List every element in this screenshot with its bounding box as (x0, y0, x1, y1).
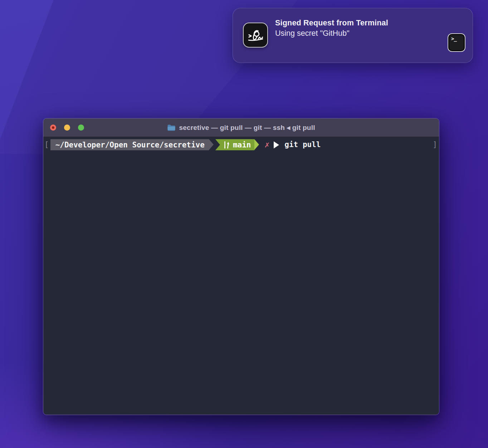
minimize-button[interactable] (64, 125, 70, 131)
terminal-icon-glyph: >_ (451, 36, 457, 42)
cwd-segment: ~/Developer/Open Source/secretive (50, 139, 209, 150)
window-title: secretive — git pull — git — ssh ◂ git p… (179, 123, 315, 132)
traffic-lights (50, 118, 84, 137)
notification-banner[interactable]: Signed Request from Terminal Using secre… (233, 8, 473, 63)
git-branch-icon (223, 141, 230, 149)
play-triangle-icon (274, 141, 279, 148)
branch-segment-arrow (254, 139, 259, 150)
zoom-button[interactable] (78, 125, 84, 131)
terminal-screen[interactable]: [ ~/Developer/Open Source/secretive main… (43, 137, 439, 415)
notification-title: Signed Request from Terminal (275, 19, 388, 28)
cwd-segment-arrow (209, 139, 214, 150)
git-branch-name: main (233, 141, 251, 149)
prompt-left-bracket: [ (44, 139, 49, 150)
close-button[interactable] (50, 125, 56, 131)
typed-command: git pull (284, 139, 321, 150)
exit-status-mark: ✗ (264, 139, 269, 150)
terminal-icon: >_ (448, 33, 465, 52)
git-branch-segment: main (215, 139, 255, 150)
prompt-right-bracket: ] (433, 139, 437, 150)
window-titlebar[interactable]: secretive — git pull — git — ssh ◂ git p… (43, 118, 439, 137)
prompt-line: [ ~/Developer/Open Source/secretive main… (43, 139, 439, 150)
notification-subtitle: Using secret "GitHub" (275, 29, 388, 38)
secretive-signature-icon (243, 23, 268, 48)
folder-icon (167, 124, 176, 131)
terminal-window[interactable]: secretive — git pull — git — ssh ◂ git p… (43, 118, 439, 415)
